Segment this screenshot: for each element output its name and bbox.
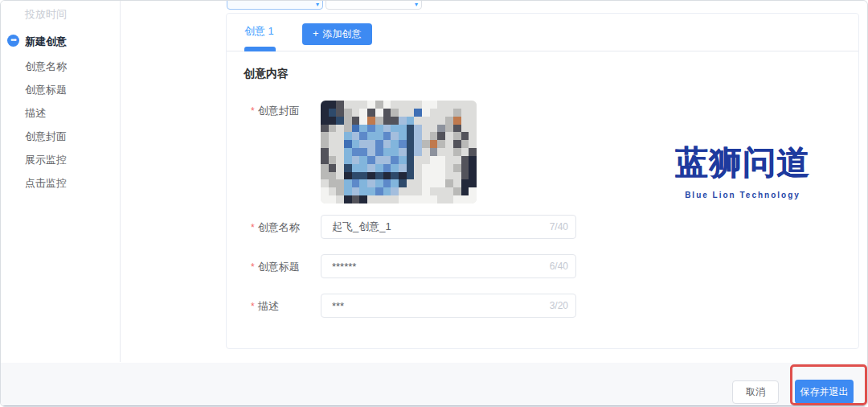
sidebar-divider <box>120 1 121 362</box>
required-asterisk: * <box>251 222 255 233</box>
section-title: 创意内容 <box>244 67 289 81</box>
required-asterisk: * <box>251 301 255 312</box>
required-asterisk: * <box>251 261 255 273</box>
add-creative-label: 添加创意 <box>323 28 362 39</box>
plus-icon: + <box>313 27 319 39</box>
description-field: 3/20 <box>321 294 576 318</box>
creative-name-input[interactable] <box>321 215 576 239</box>
sidebar: 投放时间 ••• 新建创意 创意名称 创意标题 描述 创意封面 展示监控 点击监… <box>1 1 120 362</box>
char-counter: 7/40 <box>550 221 568 232</box>
sidebar-item-description[interactable]: 描述 <box>25 106 46 121</box>
creative-tabbar: 创意 1 +添加创意 <box>227 14 858 51</box>
field-label-cover: *创意封面 <box>251 104 300 118</box>
field-label-title: *创意标题 <box>251 260 300 274</box>
cover-image-mosaic[interactable] <box>321 101 477 204</box>
char-counter: 3/20 <box>550 300 568 311</box>
sidebar-item-cover[interactable]: 创意封面 <box>25 130 67 144</box>
field-label-description: *描述 <box>251 299 279 314</box>
creative-title-field: 6/40 <box>321 254 576 278</box>
sidebar-item-creative-name[interactable]: 创意名称 <box>25 60 67 74</box>
add-creative-button[interactable]: +添加创意 <box>302 23 372 45</box>
tab-creative-1[interactable]: 创意 1 <box>244 24 274 39</box>
chevron-down-icon: ▾ <box>316 1 319 9</box>
ellipsis-step-icon: ••• <box>7 35 19 47</box>
creative-name-field: 7/40 <box>321 215 576 239</box>
creative-title-input[interactable] <box>321 254 576 278</box>
active-tab-indicator <box>244 47 276 51</box>
watermark-subtitle: Blue Lion Technology <box>665 191 820 199</box>
sidebar-item-label: 新建创意 <box>25 35 67 47</box>
chevron-down-icon: ▾ <box>415 1 418 9</box>
sidebar-item-impression-monitor[interactable]: 展示监控 <box>25 153 67 167</box>
sidebar-item-schedule[interactable]: 投放时间 <box>25 7 67 22</box>
save-and-exit-button[interactable]: 保存并退出 <box>795 380 854 404</box>
sidebar-item-click-monitor[interactable]: 点击监控 <box>25 176 67 191</box>
watermark: 蓝狮问道 Blue Lion Technology <box>665 141 820 199</box>
sidebar-item-new-creative[interactable]: ••• 新建创意 <box>25 35 67 49</box>
field-label-name: *创意名称 <box>251 220 300 235</box>
creative-type-select[interactable]: ▾ <box>227 0 323 10</box>
char-counter: 6/40 <box>550 261 568 272</box>
cancel-button[interactable]: 取消 <box>732 380 779 404</box>
creative-spec-select[interactable]: ▾ <box>326 0 422 10</box>
sidebar-item-creative-title[interactable]: 创意标题 <box>25 83 67 97</box>
required-asterisk: * <box>251 105 255 117</box>
description-input[interactable] <box>321 294 576 318</box>
watermark-title: 蓝狮问道 <box>665 141 820 185</box>
window: 投放时间 ••• 新建创意 创意名称 创意标题 描述 创意封面 展示监控 点击监… <box>0 0 868 407</box>
creative-card: 创意 1 +添加创意 创意内容 *创意封面 *创意名称 7/40 *创意标题 6… <box>226 13 859 349</box>
